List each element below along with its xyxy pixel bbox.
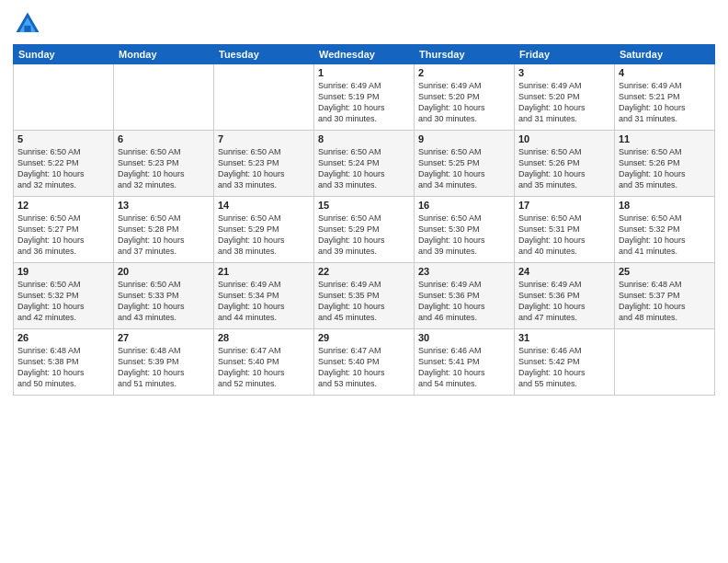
calendar-cell-empty [214, 64, 314, 131]
day-number: 31 [518, 332, 610, 343]
day-info: Sunrise: 6:50 AM Sunset: 5:24 PM Dayligh… [318, 146, 410, 191]
calendar-cell-day-18: 18Sunrise: 6:50 AM Sunset: 5:32 PM Dayli… [615, 197, 715, 263]
day-number: 6 [118, 133, 210, 144]
weekday-header-friday: Friday [515, 45, 615, 64]
day-number: 30 [418, 332, 510, 343]
day-info: Sunrise: 6:50 AM Sunset: 5:30 PM Dayligh… [418, 213, 510, 258]
calendar-cell-day-19: 19Sunrise: 6:50 AM Sunset: 5:32 PM Dayli… [14, 263, 114, 329]
day-number: 23 [418, 266, 510, 277]
calendar-cell-day-15: 15Sunrise: 6:50 AM Sunset: 5:29 PM Dayli… [314, 197, 415, 263]
day-number: 12 [17, 200, 109, 211]
calendar-cell-day-29: 29Sunrise: 6:47 AM Sunset: 5:40 PM Dayli… [314, 329, 415, 396]
day-info: Sunrise: 6:50 AM Sunset: 5:26 PM Dayligh… [518, 146, 610, 191]
day-number: 16 [418, 200, 510, 211]
day-info: Sunrise: 6:47 AM Sunset: 5:40 PM Dayligh… [318, 345, 410, 390]
weekday-header-saturday: Saturday [615, 45, 715, 64]
page: SundayMondayTuesdayWednesdayThursdayFrid… [0, 0, 728, 563]
day-info: Sunrise: 6:48 AM Sunset: 5:38 PM Dayligh… [17, 345, 109, 390]
day-info: Sunrise: 6:50 AM Sunset: 5:31 PM Dayligh… [518, 213, 610, 258]
calendar-cell-day-3: 3Sunrise: 6:49 AM Sunset: 5:20 PM Daylig… [515, 64, 615, 131]
calendar-cell-day-10: 10Sunrise: 6:50 AM Sunset: 5:26 PM Dayli… [515, 131, 615, 197]
day-number: 10 [518, 133, 610, 144]
calendar-cell-day-5: 5Sunrise: 6:50 AM Sunset: 5:22 PM Daylig… [14, 131, 114, 197]
day-number: 21 [218, 266, 310, 277]
weekday-header-monday: Monday [114, 45, 214, 64]
calendar-cell-day-14: 14Sunrise: 6:50 AM Sunset: 5:29 PM Dayli… [214, 197, 314, 263]
day-info: Sunrise: 6:50 AM Sunset: 5:27 PM Dayligh… [17, 213, 109, 258]
day-info: Sunrise: 6:50 AM Sunset: 5:22 PM Dayligh… [17, 146, 109, 191]
calendar-week-row: 5Sunrise: 6:50 AM Sunset: 5:22 PM Daylig… [14, 131, 715, 197]
calendar-table: SundayMondayTuesdayWednesdayThursdayFrid… [13, 44, 715, 396]
calendar-cell-day-27: 27Sunrise: 6:48 AM Sunset: 5:39 PM Dayli… [114, 329, 214, 396]
calendar-cell-day-11: 11Sunrise: 6:50 AM Sunset: 5:26 PM Dayli… [615, 131, 715, 197]
day-info: Sunrise: 6:49 AM Sunset: 5:20 PM Dayligh… [518, 80, 610, 125]
logo-icon [13, 9, 42, 39]
day-info: Sunrise: 6:50 AM Sunset: 5:29 PM Dayligh… [218, 213, 310, 258]
day-number: 7 [218, 133, 310, 144]
calendar-header-row: SundayMondayTuesdayWednesdayThursdayFrid… [14, 45, 715, 64]
day-number: 28 [218, 332, 310, 343]
day-info: Sunrise: 6:49 AM Sunset: 5:19 PM Dayligh… [318, 80, 410, 125]
calendar-cell-day-4: 4Sunrise: 6:49 AM Sunset: 5:21 PM Daylig… [615, 64, 715, 131]
day-info: Sunrise: 6:49 AM Sunset: 5:21 PM Dayligh… [619, 80, 711, 125]
day-info: Sunrise: 6:50 AM Sunset: 5:23 PM Dayligh… [218, 146, 310, 191]
calendar-cell-day-26: 26Sunrise: 6:48 AM Sunset: 5:38 PM Dayli… [14, 329, 114, 396]
day-number: 25 [619, 266, 711, 277]
day-number: 3 [518, 67, 610, 78]
calendar-cell-day-17: 17Sunrise: 6:50 AM Sunset: 5:31 PM Dayli… [515, 197, 615, 263]
header [13, 9, 715, 39]
calendar-cell-day-16: 16Sunrise: 6:50 AM Sunset: 5:30 PM Dayli… [415, 197, 515, 263]
day-info: Sunrise: 6:50 AM Sunset: 5:23 PM Dayligh… [118, 146, 210, 191]
day-number: 26 [17, 332, 109, 343]
calendar-cell-day-25: 25Sunrise: 6:48 AM Sunset: 5:37 PM Dayli… [615, 263, 715, 329]
day-info: Sunrise: 6:50 AM Sunset: 5:25 PM Dayligh… [418, 146, 510, 191]
weekday-header-wednesday: Wednesday [314, 45, 415, 64]
day-number: 9 [418, 133, 510, 144]
calendar-cell-day-7: 7Sunrise: 6:50 AM Sunset: 5:23 PM Daylig… [214, 131, 314, 197]
day-number: 17 [518, 200, 610, 211]
day-number: 19 [17, 266, 109, 277]
day-info: Sunrise: 6:50 AM Sunset: 5:28 PM Dayligh… [118, 213, 210, 258]
weekday-header-thursday: Thursday [415, 45, 515, 64]
day-info: Sunrise: 6:50 AM Sunset: 5:32 PM Dayligh… [619, 213, 711, 258]
calendar-week-row: 19Sunrise: 6:50 AM Sunset: 5:32 PM Dayli… [14, 263, 715, 329]
calendar-cell-empty [14, 64, 114, 131]
day-number: 5 [17, 133, 109, 144]
calendar-cell-day-24: 24Sunrise: 6:49 AM Sunset: 5:36 PM Dayli… [515, 263, 615, 329]
calendar-cell-day-21: 21Sunrise: 6:49 AM Sunset: 5:34 PM Dayli… [214, 263, 314, 329]
calendar-week-row: 1Sunrise: 6:49 AM Sunset: 5:19 PM Daylig… [14, 64, 715, 131]
day-number: 15 [318, 200, 410, 211]
day-info: Sunrise: 6:47 AM Sunset: 5:40 PM Dayligh… [218, 345, 310, 390]
calendar-cell-empty [114, 64, 214, 131]
day-info: Sunrise: 6:49 AM Sunset: 5:34 PM Dayligh… [218, 279, 310, 324]
calendar-cell-day-31: 31Sunrise: 6:46 AM Sunset: 5:42 PM Dayli… [515, 329, 615, 396]
calendar-cell-day-30: 30Sunrise: 6:46 AM Sunset: 5:41 PM Dayli… [415, 329, 515, 396]
calendar-week-row: 12Sunrise: 6:50 AM Sunset: 5:27 PM Dayli… [14, 197, 715, 263]
day-number: 18 [619, 200, 711, 211]
day-number: 29 [318, 332, 410, 343]
calendar-cell-day-6: 6Sunrise: 6:50 AM Sunset: 5:23 PM Daylig… [114, 131, 214, 197]
day-info: Sunrise: 6:50 AM Sunset: 5:26 PM Dayligh… [619, 146, 711, 191]
day-info: Sunrise: 6:49 AM Sunset: 5:35 PM Dayligh… [318, 279, 410, 324]
day-number: 4 [619, 67, 711, 78]
calendar-cell-day-12: 12Sunrise: 6:50 AM Sunset: 5:27 PM Dayli… [14, 197, 114, 263]
day-info: Sunrise: 6:49 AM Sunset: 5:20 PM Dayligh… [418, 80, 510, 125]
day-info: Sunrise: 6:49 AM Sunset: 5:36 PM Dayligh… [518, 279, 610, 324]
day-info: Sunrise: 6:46 AM Sunset: 5:41 PM Dayligh… [418, 345, 510, 390]
day-info: Sunrise: 6:46 AM Sunset: 5:42 PM Dayligh… [518, 345, 610, 390]
calendar-cell-day-8: 8Sunrise: 6:50 AM Sunset: 5:24 PM Daylig… [314, 131, 415, 197]
calendar-cell-day-1: 1Sunrise: 6:49 AM Sunset: 5:19 PM Daylig… [314, 64, 415, 131]
day-info: Sunrise: 6:48 AM Sunset: 5:39 PM Dayligh… [118, 345, 210, 390]
calendar-cell-day-13: 13Sunrise: 6:50 AM Sunset: 5:28 PM Dayli… [114, 197, 214, 263]
weekday-header-tuesday: Tuesday [214, 45, 314, 64]
calendar-cell-empty [615, 329, 715, 396]
day-number: 14 [218, 200, 310, 211]
calendar-cell-day-2: 2Sunrise: 6:49 AM Sunset: 5:20 PM Daylig… [415, 64, 515, 131]
day-info: Sunrise: 6:48 AM Sunset: 5:37 PM Dayligh… [619, 279, 711, 324]
calendar-cell-day-22: 22Sunrise: 6:49 AM Sunset: 5:35 PM Dayli… [314, 263, 415, 329]
calendar-cell-day-28: 28Sunrise: 6:47 AM Sunset: 5:40 PM Dayli… [214, 329, 314, 396]
day-number: 11 [619, 133, 711, 144]
calendar-cell-day-23: 23Sunrise: 6:49 AM Sunset: 5:36 PM Dayli… [415, 263, 515, 329]
day-info: Sunrise: 6:49 AM Sunset: 5:36 PM Dayligh… [418, 279, 510, 324]
day-number: 1 [318, 67, 410, 78]
